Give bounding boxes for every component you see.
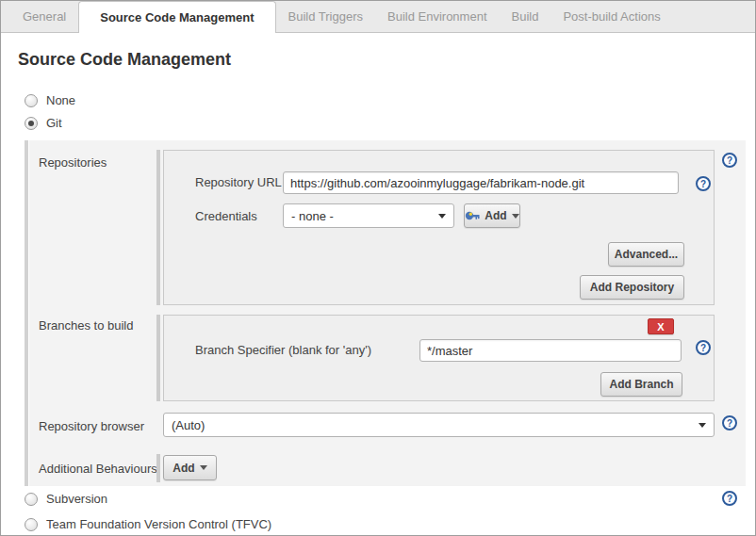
add-behaviour-label: Add <box>173 462 194 475</box>
caret-down-icon <box>200 465 207 470</box>
branch-specifier-help-icon[interactable]: ? <box>696 340 711 355</box>
add-repository-label: Add Repository <box>590 281 674 294</box>
caret-down-icon <box>438 214 446 219</box>
advanced-button-label: Advanced... <box>615 248 678 261</box>
branches-to-build-label: Branches to build <box>39 318 133 333</box>
scm-option-subversion[interactable]: Subversion <box>25 492 107 506</box>
branch-specifier-label: Branch Specifier (blank for 'any') <box>195 343 371 357</box>
tab-source-code-management[interactable]: Source Code Management <box>78 1 275 33</box>
credentials-select[interactable]: - none - <box>283 203 454 228</box>
caret-down-icon <box>512 214 519 219</box>
config-tab-bar: General Source Code Management Build Tri… <box>1 1 755 33</box>
scm-option-tfvc[interactable]: Team Foundation Version Control (TFVC) <box>25 517 271 531</box>
radio-subversion-label: Subversion <box>46 492 107 506</box>
repositories-label: Repositories <box>39 155 107 170</box>
git-section-indent-bar <box>25 140 28 486</box>
repository-url-label: Repository URL <box>195 175 282 189</box>
tab-build-triggers[interactable]: Build Triggers <box>276 1 375 32</box>
additional-behaviours-label: Additional Behaviours <box>39 462 157 476</box>
radio-none-icon[interactable] <box>25 94 38 107</box>
branches-divider-bar <box>156 315 160 401</box>
radio-tfvc-icon[interactable] <box>25 518 38 531</box>
tab-build-environment[interactable]: Build Environment <box>375 1 500 32</box>
delete-branch-button[interactable]: X <box>648 318 674 334</box>
radio-tfvc-label: Team Foundation Version Control (TFVC) <box>46 517 271 531</box>
scm-option-none[interactable]: None <box>25 93 75 107</box>
add-credentials-button[interactable]: Add <box>464 203 520 228</box>
key-icon <box>465 208 480 223</box>
radio-none-label: None <box>46 93 75 107</box>
subversion-help-icon[interactable]: ? <box>722 491 737 506</box>
add-branch-button[interactable]: Add Branch <box>600 372 682 397</box>
repository-browser-select[interactable]: (Auto) <box>163 413 715 437</box>
behaviours-divider-bar <box>156 454 160 482</box>
add-branch-label: Add Branch <box>609 378 673 391</box>
repository-url-help-icon[interactable]: ? <box>696 176 711 191</box>
repository-browser-selected-value: (Auto) <box>172 418 205 432</box>
caret-down-icon <box>698 423 706 428</box>
add-behaviour-button[interactable]: Add <box>163 455 217 480</box>
tab-build[interactable]: Build <box>500 1 551 32</box>
radio-subversion-icon[interactable] <box>25 493 38 506</box>
repositories-help-icon[interactable]: ? <box>722 153 737 168</box>
add-credentials-label: Add <box>485 209 506 222</box>
delete-branch-x-icon: X <box>657 321 664 333</box>
page-title: Source Code Management <box>18 50 231 70</box>
repository-panel: Repository URL Credentials - none - Add … <box>163 150 715 305</box>
repository-url-input[interactable] <box>283 171 679 194</box>
radio-git-icon[interactable] <box>25 117 38 130</box>
credentials-selected-value: - none - <box>291 209 334 223</box>
branch-panel: X Branch Specifier (blank for 'any') Add… <box>163 315 715 401</box>
radio-git-label: Git <box>46 116 62 130</box>
advanced-button[interactable]: Advanced... <box>608 242 684 267</box>
repository-browser-help-icon[interactable]: ? <box>722 415 737 430</box>
branch-specifier-input[interactable] <box>419 339 682 362</box>
tab-general[interactable]: General <box>10 1 78 32</box>
add-repository-button[interactable]: Add Repository <box>580 275 684 300</box>
credentials-label: Credentials <box>195 209 257 223</box>
jenkins-job-config-page: General Source Code Management Build Tri… <box>0 0 756 536</box>
repository-browser-label: Repository browser <box>39 419 144 433</box>
scm-option-git[interactable]: Git <box>25 116 62 130</box>
tab-post-build-actions[interactable]: Post-build Actions <box>551 1 672 32</box>
repositories-divider-bar <box>156 150 160 305</box>
